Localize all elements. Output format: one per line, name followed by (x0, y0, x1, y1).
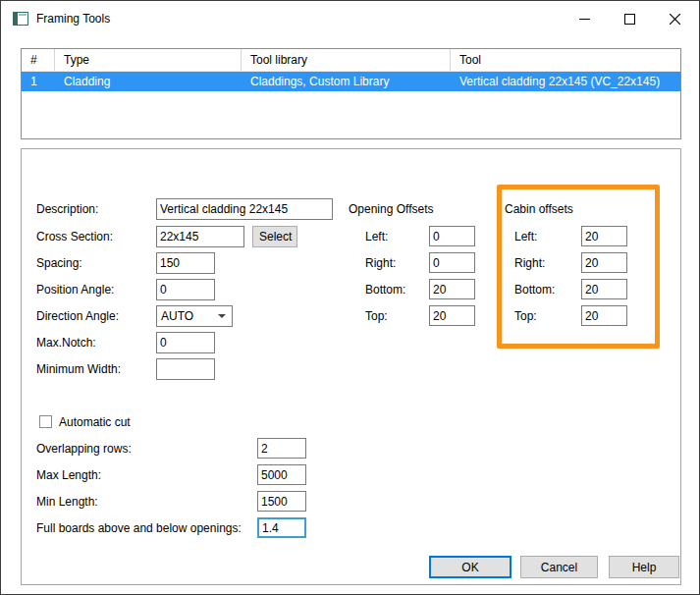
min-length-label: Min Length: (36, 491, 98, 513)
minimize-button[interactable] (562, 1, 607, 36)
window-controls (562, 1, 697, 36)
opening-bottom-label: Bottom: (365, 279, 405, 300)
row-type-cell: Cladding (55, 72, 242, 91)
overlapping-rows-label: Overlapping rows: (36, 438, 132, 460)
min-length-input[interactable] (257, 491, 306, 512)
column-header-tool-library[interactable]: Tool library (242, 49, 451, 71)
cabin-top-input[interactable] (581, 305, 627, 326)
cabin-left-input[interactable] (581, 226, 627, 246)
minimum-width-label: Minimum Width: (36, 358, 121, 380)
position-angle-label: Position Angle: (36, 279, 114, 300)
description-input[interactable] (156, 198, 333, 220)
direction-angle-label: Direction Angle: (36, 305, 119, 327)
max-length-input[interactable] (257, 464, 306, 485)
opening-offsets-title: Opening Offsets (349, 198, 434, 220)
cabin-offsets-title: Cabin offsets (505, 198, 573, 220)
tool-list: # Type Tool library Tool 1 Cladding Clad… (21, 48, 681, 139)
column-header-tool[interactable]: Tool (451, 49, 680, 71)
column-header-type[interactable]: Type (55, 49, 242, 71)
opening-right-label: Right: (365, 252, 396, 274)
automatic-cut-checkbox[interactable] (39, 415, 52, 428)
row-library-cell: Claddings, Custom Library (242, 72, 451, 91)
maximize-button[interactable] (607, 1, 652, 36)
help-button[interactable]: Help (609, 556, 679, 578)
position-angle-input[interactable] (156, 279, 215, 300)
minimum-width-input[interactable] (156, 358, 215, 380)
cabin-right-label: Right: (514, 252, 545, 274)
direction-angle-value: AUTO (157, 309, 218, 323)
cabin-bottom-input[interactable] (581, 279, 627, 299)
row-number-cell: 1 (22, 72, 55, 91)
spacing-input[interactable] (156, 252, 215, 274)
titlebar: Framing Tools (1, 1, 699, 36)
ok-button[interactable]: OK (429, 556, 512, 578)
full-boards-label: Full boards above and below openings: (36, 517, 242, 539)
tool-list-header: # Type Tool library Tool (22, 49, 680, 72)
minimize-icon (579, 19, 590, 20)
close-icon (670, 14, 680, 25)
max-notch-input[interactable] (156, 332, 215, 353)
automatic-cut-label: Automatic cut (59, 411, 131, 433)
max-notch-label: Max.Notch: (36, 332, 96, 353)
full-boards-input[interactable] (257, 517, 306, 538)
framing-tools-app-icon (13, 12, 28, 26)
opening-left-label: Left: (365, 226, 388, 247)
table-row[interactable]: 1 Cladding Claddings, Custom Library Ver… (22, 72, 680, 91)
cabin-bottom-label: Bottom: (514, 279, 555, 300)
max-length-label: Max Length: (36, 464, 101, 486)
description-label: Description: (36, 198, 98, 220)
opening-left-input[interactable] (429, 226, 475, 246)
cabin-top-label: Top: (514, 305, 537, 327)
spacing-label: Spacing: (36, 252, 82, 274)
cross-section-input[interactable] (156, 226, 244, 247)
framing-tools-dialog: Framing Tools # Type Tool library Tool 1… (0, 0, 700, 595)
chevron-down-icon (218, 314, 226, 318)
opening-right-input[interactable] (429, 252, 475, 273)
overlapping-rows-input[interactable] (257, 438, 306, 459)
window-title: Framing Tools (36, 12, 110, 26)
cabin-right-input[interactable] (581, 252, 627, 273)
direction-angle-dropdown[interactable]: AUTO (156, 305, 233, 327)
cabin-left-label: Left: (514, 226, 537, 247)
cancel-button[interactable]: Cancel (520, 556, 598, 578)
select-button[interactable]: Select (252, 226, 297, 247)
close-button[interactable] (652, 1, 697, 36)
row-tool-cell: Vertical cladding 22x145 (VC_22x145) (451, 72, 680, 91)
column-header-number[interactable]: # (22, 49, 55, 71)
maximize-icon (624, 14, 635, 25)
cross-section-label: Cross Section: (36, 226, 113, 247)
opening-top-label: Top: (365, 305, 388, 327)
opening-top-input[interactable] (429, 305, 475, 326)
form-panel: Description: Cross Section: Select Spaci… (21, 148, 681, 585)
opening-bottom-input[interactable] (429, 279, 475, 299)
